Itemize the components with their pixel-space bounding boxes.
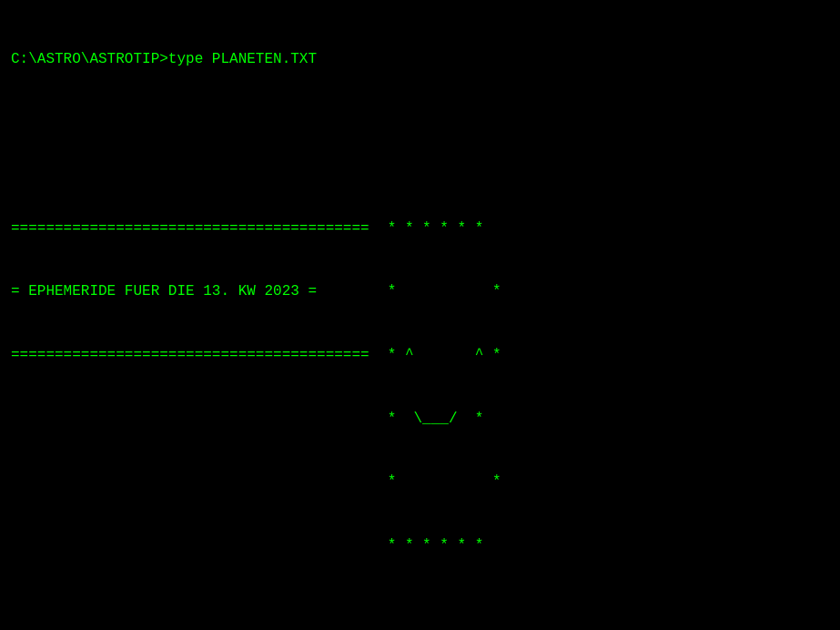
ascii-line-2: * * xyxy=(388,281,501,302)
title: = EPHEMERIDE FUER DIE 13. KW 2023 = xyxy=(11,281,369,302)
ascii-line-4: * \___/ * xyxy=(388,409,501,430)
spacer-1 xyxy=(11,113,829,134)
separator-bottom: ========================================… xyxy=(11,345,369,366)
ephemeride-header: ========================================… xyxy=(11,177,369,599)
ascii-line-5: * * xyxy=(388,472,501,493)
header-section: ========================================… xyxy=(11,177,829,599)
ascii-art-face: * * * * * * * * * ^ ^ * * \___/ * * * * … xyxy=(388,177,501,599)
ascii-line-1: * * * * * * xyxy=(388,218,501,239)
ascii-line-6: * * * * * * xyxy=(388,535,501,556)
command-line: C:\ASTRO\ASTROTIP>type PLANETEN.TXT xyxy=(11,49,829,70)
ascii-line-3: * ^ ^ * xyxy=(388,345,501,366)
separator-top: ========================================… xyxy=(11,218,369,239)
terminal-window: C:\ASTRO\ASTROTIP>type PLANETEN.TXT ====… xyxy=(11,7,829,630)
